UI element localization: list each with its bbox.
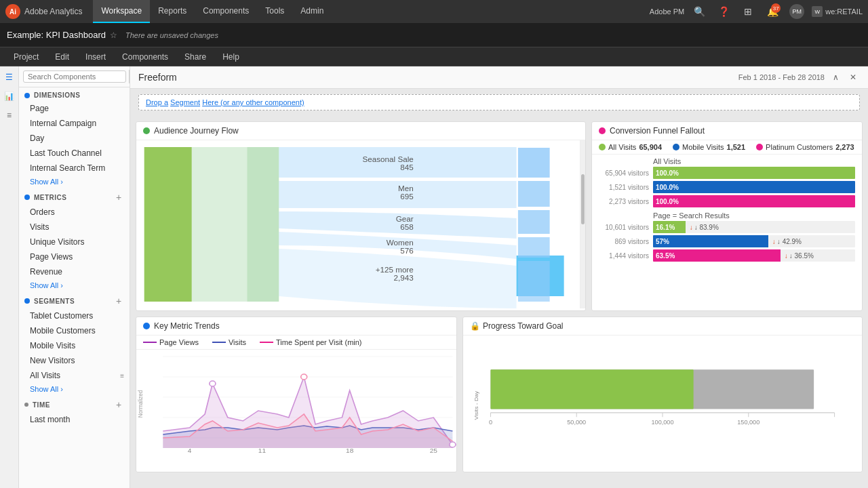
sidebar-item-internal-campaign[interactable]: Internal Campaign <box>19 116 130 131</box>
nav-link-reports[interactable]: Reports <box>150 0 195 23</box>
menu-help[interactable]: Help <box>216 47 246 66</box>
sidebar-item-mobile-customers[interactable]: Mobile Customers <box>19 323 130 338</box>
sidebar-content: ▼ DIMENSIONS Page Internal Campaign Day … <box>19 66 130 488</box>
panel-header-right: Feb 1 2018 - Feb 28 2018 ∧ ✕ <box>738 70 860 84</box>
svg-text:+125 more: +125 more <box>376 266 414 274</box>
time-dot <box>24 403 28 407</box>
segments-add-btn[interactable]: + <box>113 296 124 306</box>
search-icon-btn[interactable]: 🔍 <box>690 2 709 21</box>
audience-flow-title: Audience Journey Flow <box>154 126 578 136</box>
sidebar-item-revenue[interactable]: Revenue <box>19 264 130 279</box>
help-icon-btn[interactable]: ❓ <box>714 2 733 21</box>
logo-text: Adobe Analytics <box>24 7 82 16</box>
menu-project[interactable]: Project <box>7 47 45 66</box>
search-input[interactable] <box>23 70 126 83</box>
segment-link[interactable]: Segment <box>170 98 200 106</box>
metrics-svg: Normalized <box>136 350 456 455</box>
funnel-visitors-0-1: 1,521 visitors <box>599 184 653 191</box>
dimensions-dot <box>24 93 30 98</box>
metrics-show-all[interactable]: Show All › <box>19 279 130 291</box>
top-nav-right: Adobe PM 🔍 ❓ ⊞ 🔔 37 PM W we:RETAIL <box>650 2 863 21</box>
funnel-bar-0-1: 100.0% <box>653 181 855 193</box>
svg-rect-17 <box>518 261 550 302</box>
user-avatar-btn[interactable]: PM <box>787 2 806 21</box>
sidebar-item-all-visits[interactable]: All Visits ≡ <box>19 368 130 383</box>
funnel-bar-container-0-2: 100.0% <box>653 195 855 207</box>
filter-button[interactable]: ▼ <box>129 69 130 84</box>
line-page-views <box>143 342 157 343</box>
menu-edit[interactable]: Edit <box>48 47 76 66</box>
funnel-bar-1-1-right: ↓ ↓ 42.9% <box>768 235 855 247</box>
apps-icon-btn[interactable]: ⊞ <box>738 2 757 21</box>
sidebar-item-mobile-visits[interactable]: Mobile Visits <box>19 338 130 353</box>
sidebar-item-unique-visitors[interactable]: Unique Visitors <box>19 235 130 249</box>
menu-components[interactable]: Components <box>115 47 175 66</box>
svg-text:Men: Men <box>398 185 414 192</box>
sidebar-item-page-views[interactable]: Page Views <box>19 249 130 264</box>
svg-point-24 <box>210 381 216 386</box>
date-range: Feb 1 2018 - Feb 28 2018 <box>738 73 825 81</box>
svg-text:845: 845 <box>400 164 413 171</box>
legend-visits: Visits <box>212 338 246 346</box>
sidebar-item-last-month[interactable]: Last month <box>19 412 130 427</box>
segments-section-header[interactable]: SEGMENTS + <box>19 291 130 308</box>
sidebar: ☰ 📊 ≡ ▼ DIMENSIONS Page Internal Campaig… <box>0 66 130 488</box>
segments-show-all[interactable]: Show All › <box>19 383 130 395</box>
sidebar-item-visits[interactable]: Visits <box>19 220 130 235</box>
panel-close-btn[interactable]: ✕ <box>846 70 860 84</box>
sidebar-item-tablet-customers[interactable]: Tablet Customers <box>19 308 130 323</box>
nav-link-tools[interactable]: Tools <box>257 0 292 23</box>
flow-scrollbar[interactable] <box>580 140 585 308</box>
charts-row-1: Audience Journey Flow <box>136 121 863 311</box>
metrics-chart-area: Normalized <box>136 350 456 468</box>
svg-text:150,000: 150,000 <box>737 419 760 426</box>
svg-text:4: 4 <box>188 447 192 454</box>
we-retail-badge: W we:RETAIL <box>812 6 863 17</box>
progress-body: Visits - Day 0 50,000 <box>463 336 862 468</box>
legend-platinum: Platinum Customers 2,273 <box>756 143 854 151</box>
content-area: Freeform Feb 1 2018 - Feb 28 2018 ∧ ✕ Dr… <box>130 66 868 488</box>
sidebar-item-page[interactable]: Page <box>19 101 130 116</box>
line-time-spent <box>260 342 273 343</box>
metrics-dot <box>143 323 150 329</box>
funnel-bar-1-0-right: ↓ ↓ 83.9% <box>686 221 855 233</box>
sidebar-item-new-visitors[interactable]: New Visitors <box>19 353 130 368</box>
metrics-body: Page Views Visits Time Spent per Visit (… <box>136 336 456 468</box>
funnel-bar-1-2: 63.5% <box>653 249 781 262</box>
menu-share[interactable]: Share <box>178 47 213 66</box>
progress-header: 🔒 Progress Toward Goal <box>463 317 862 336</box>
sidebar-item-internal-search-term[interactable]: Internal Search Term <box>19 161 130 176</box>
funnel-bar-row-1-1: 869 visitors 57% ↓ ↓ 42.9% <box>599 235 855 247</box>
sidebar-item-last-touch-channel[interactable]: Last Touch Channel <box>19 146 130 161</box>
svg-text:50,000: 50,000 <box>567 419 586 426</box>
funnel-bar-1-1: 57% <box>653 235 768 247</box>
star-icon[interactable]: ☆ <box>110 30 117 40</box>
funnel-bar-row-1-2: 1,444 visitors 63.5% ↓ ↓ 36.5% <box>599 249 855 262</box>
dimensions-section-header[interactable]: DIMENSIONS <box>19 87 130 101</box>
time-section-header[interactable]: TIME + <box>19 395 130 412</box>
svg-rect-13 <box>518 148 550 178</box>
panel-header: Freeform Feb 1 2018 - Feb 28 2018 ∧ ✕ <box>130 66 868 89</box>
nav-link-workspace[interactable]: Workspace <box>93 0 150 23</box>
sidebar-item-orders[interactable]: Orders <box>19 205 130 220</box>
time-add-btn[interactable]: + <box>113 399 124 410</box>
nav-link-admin[interactable]: Admin <box>292 0 332 23</box>
metrics-label: METRICS <box>34 194 113 201</box>
sidebar-icon-data[interactable]: 📊 <box>3 89 16 103</box>
metrics-section-header[interactable]: METRICS + <box>19 188 130 205</box>
sidebar-item-day[interactable]: Day <box>19 131 130 146</box>
nav-link-components[interactable]: Components <box>195 0 257 23</box>
notifications-icon-btn[interactable]: 🔔 37 <box>763 2 782 21</box>
dimensions-show-all[interactable]: Show All › <box>19 176 130 188</box>
sidebar-icon-list[interactable]: ≡ <box>3 108 16 122</box>
top-nav-links: Workspace Reports Components Tools Admin <box>93 0 332 23</box>
sidebar-icon-search[interactable]: ☰ <box>3 70 16 84</box>
panel-collapse-btn[interactable]: ∧ <box>829 70 842 84</box>
legend-page-views: Page Views <box>143 338 199 346</box>
drop-zone[interactable]: Drop a Segment Here (or any other compon… <box>138 94 860 110</box>
svg-rect-15 <box>518 210 550 234</box>
svg-rect-0 <box>144 147 192 302</box>
metrics-add-btn[interactable]: + <box>113 192 124 203</box>
svg-text:18: 18 <box>346 447 353 454</box>
menu-insert[interactable]: Insert <box>79 47 113 66</box>
